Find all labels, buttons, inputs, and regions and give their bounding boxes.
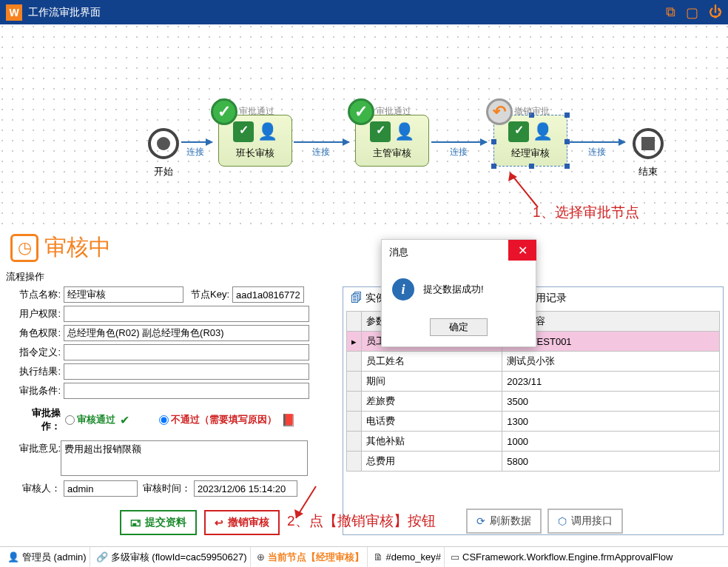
input-cmd-def[interactable] xyxy=(64,344,309,360)
status-label: 撤销审批 xyxy=(514,105,550,118)
dialog-ok-button[interactable]: 确定 xyxy=(430,318,488,336)
info-icon: i xyxy=(392,278,414,301)
radio-fail[interactable]: 不通过（需要填写原因） xyxy=(159,413,277,426)
label-cond: 审批条件: xyxy=(15,384,61,397)
refresh-icon: ⟳ xyxy=(476,515,485,527)
status-label: 审批通过 xyxy=(239,105,274,118)
input-user-perm[interactable] xyxy=(64,306,309,322)
dialog-message: 提交数据成功! xyxy=(423,283,484,296)
status-heading: ◷ 审核中 xyxy=(0,228,728,267)
person-icon: 👤 xyxy=(257,121,277,142)
textarea-opinion[interactable]: 费用超出报销限额 xyxy=(61,440,308,476)
status-class: CSFramework.Workflow.Engine.frmApprovalF… xyxy=(462,551,673,563)
window-icon: ▭ xyxy=(451,551,459,563)
cube-icon: ⬡ xyxy=(558,515,567,527)
label-exec-result: 执行结果: xyxy=(15,365,61,378)
flow-arrow-label: 连接 xyxy=(588,146,606,158)
flow-start-node[interactable] xyxy=(148,128,179,159)
label-auditor: 审核人： xyxy=(15,482,61,495)
workflow-canvas[interactable]: 开始 连接 👤 班长审核 ✓ 审批通过 连接 👤 主管审核 ✓ 审批通过 连接 … xyxy=(0,24,728,228)
person-icon: 👤 xyxy=(394,121,414,142)
flow-end-label: 结束 xyxy=(638,165,658,178)
table-row[interactable]: 电话费1300 xyxy=(347,412,720,432)
task-icon xyxy=(508,121,529,142)
status-label: 审批通过 xyxy=(376,105,411,118)
label-opinion: 审批意见: xyxy=(15,440,61,476)
section-label: 流程操作 xyxy=(0,267,728,285)
maximize-icon[interactable]: ▢ xyxy=(686,4,698,21)
radio-pass[interactable]: 审核通过 xyxy=(65,413,115,426)
status-current-node: 当前节点【经理审核】 xyxy=(268,551,364,564)
table-row[interactable]: 总费用5800 xyxy=(347,452,720,472)
label-action: 审批操作： xyxy=(15,406,61,433)
dialog-close-button[interactable]: ✕ xyxy=(508,240,536,261)
input-node-name[interactable] xyxy=(64,286,183,303)
task-icon xyxy=(370,121,391,142)
target-icon: ⊕ xyxy=(257,551,265,563)
title-bar: W 工作流审批界面 ⧉ ▢ ⏻ xyxy=(0,0,728,24)
note-icon: 📕 xyxy=(281,413,296,427)
app-logo: W xyxy=(6,4,22,21)
label-audit-time: 审核时间： xyxy=(142,482,191,495)
annotation-text-2: 2、点【撤销审核】按钮 xyxy=(287,511,436,531)
refresh-button[interactable]: ⟳刷新数据 xyxy=(466,509,542,534)
restore-down-icon[interactable]: ⧉ xyxy=(666,4,675,21)
status-bar: 👤管理员 (admin) 🔗多级审核 (flowId=cac59950627) … xyxy=(0,546,728,567)
user-icon: 👤 xyxy=(7,551,19,563)
message-dialog: 消息 ✕ i 提交数据成功! 确定 xyxy=(381,239,536,347)
doc-icon: 🗐 xyxy=(351,292,363,305)
revoke-button[interactable]: ↩撤销审核 xyxy=(204,510,280,535)
person-icon: 👤 xyxy=(532,121,553,142)
check-icon: ✔ xyxy=(120,413,129,427)
flow-arrow[interactable] xyxy=(431,141,487,143)
status-user: 管理员 (admin) xyxy=(22,551,87,564)
input-audit-time[interactable] xyxy=(194,480,297,497)
node-label: 经理审核 xyxy=(494,147,567,160)
close-window-icon[interactable]: ⏻ xyxy=(709,4,722,21)
status-demokey: #demo_key# xyxy=(386,551,441,563)
window-title: 工作流审批界面 xyxy=(28,6,666,19)
dialog-title: 消息 xyxy=(389,246,408,259)
flow-arrow-label: 连接 xyxy=(312,146,330,158)
clock-icon: ◷ xyxy=(10,234,38,262)
file-icon: 🗎 xyxy=(374,551,383,563)
label-node-key: 节点Key: xyxy=(188,288,229,301)
table-row[interactable]: 期间2023/11 xyxy=(347,372,720,392)
label-user-perm: 用户权限: xyxy=(15,307,61,321)
status-pass-icon: ✓ xyxy=(211,98,237,125)
input-role-perm[interactable] xyxy=(64,325,309,341)
label-role-perm: 角色权限: xyxy=(15,326,61,340)
node-label: 主管审核 xyxy=(356,147,428,160)
flow-arrow[interactable] xyxy=(570,141,625,143)
status-pass-icon: ✓ xyxy=(348,98,374,125)
flow-arrow-label: 连接 xyxy=(186,146,204,158)
flow-arrow[interactable] xyxy=(181,141,212,143)
undo-icon: ↩ xyxy=(215,517,223,529)
input-node-key[interactable] xyxy=(232,286,304,303)
input-exec-result[interactable] xyxy=(64,363,309,380)
flow-end-node[interactable] xyxy=(633,128,664,159)
flow-arrow-label: 连接 xyxy=(450,146,468,158)
heading-text: 审核中 xyxy=(44,232,111,263)
status-flow: 多级审核 (flowId=cac59950627) xyxy=(111,551,247,564)
flow-start-label: 开始 xyxy=(154,165,173,178)
input-cond[interactable] xyxy=(64,383,309,399)
flow-arrow[interactable] xyxy=(294,141,349,143)
stamp-icon: 🖃 xyxy=(130,517,141,529)
flow-icon: 🔗 xyxy=(96,551,108,563)
task-icon xyxy=(233,121,254,142)
node-label: 班长审核 xyxy=(219,147,291,160)
input-auditor[interactable] xyxy=(64,480,138,497)
table-row[interactable]: 员工姓名测试员小张 xyxy=(347,352,720,372)
invoke-api-button[interactable]: ⬡调用接口 xyxy=(547,509,623,534)
submit-button[interactable]: 🖃提交资料 xyxy=(120,510,197,535)
table-row[interactable]: 差旅费3500 xyxy=(347,392,720,412)
annotation-text-1: 1、选择审批节点 xyxy=(533,203,639,222)
label-node-name: 节点名称: xyxy=(15,288,61,301)
label-cmd-def: 指令定义: xyxy=(15,346,61,359)
status-revoke-icon: ↶ xyxy=(486,98,513,125)
table-row[interactable]: 其他补贴1000 xyxy=(347,432,720,452)
